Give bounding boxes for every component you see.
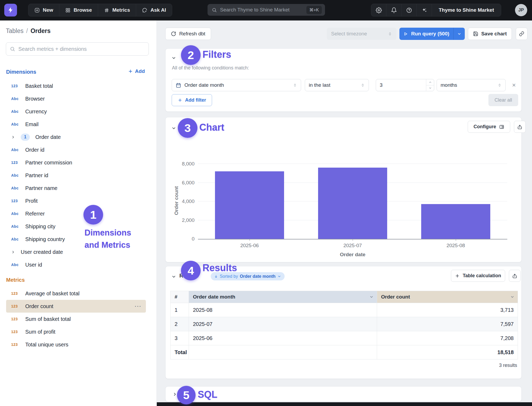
- order-date-month-cell[interactable]: 2025-07: [189, 317, 377, 331]
- bar-2025-06[interactable]: [215, 171, 284, 239]
- settings-button[interactable]: [371, 4, 386, 16]
- remove-filter-button[interactable]: ×: [509, 81, 518, 90]
- nav-item-browse[interactable]: Browse: [59, 4, 98, 16]
- calendar-icon: [176, 82, 181, 88]
- fields-search[interactable]: [6, 42, 149, 56]
- hash-icon: [104, 7, 109, 13]
- order-count-cell[interactable]: 3,713: [377, 303, 518, 317]
- order-count-cell[interactable]: 7,208: [377, 331, 518, 345]
- order-count-cell[interactable]: 7,597: [377, 317, 518, 331]
- chevron-down-icon[interactable]: [510, 295, 514, 299]
- metrics-list: 123Average of basket total123Order count…: [6, 287, 146, 351]
- clear-all-filters-button[interactable]: Clear all: [488, 94, 518, 106]
- expand-sql-chevron[interactable]: [172, 392, 177, 397]
- filter-value-input-wrap: [376, 79, 434, 91]
- stepper-up-button[interactable]: [426, 79, 434, 85]
- order-date-month-cell[interactable]: 2025-08: [189, 303, 377, 317]
- dimensions-heading: Dimensions: [6, 69, 36, 75]
- collapse-chart-chevron[interactable]: [171, 126, 176, 131]
- number-type-icon: 123: [11, 199, 20, 203]
- ai-sparkles-button[interactable]: [417, 4, 432, 16]
- chevron-right-icon[interactable]: [11, 250, 15, 254]
- sidebar-item-partner-name[interactable]: AbcPartner name: [6, 182, 146, 194]
- sidebar-metric-sum-of-basket-total[interactable]: 123Sum of basket total: [6, 313, 146, 325]
- annotation-4-circle: 4: [181, 261, 201, 280]
- column-header-order-count[interactable]: Order count: [377, 291, 518, 303]
- filter-unit-select[interactable]: months: [437, 79, 506, 91]
- column-header-order-date-month[interactable]: Order date month: [189, 291, 377, 303]
- global-search[interactable]: ⌘+K: [208, 4, 325, 16]
- number-type-icon: 123: [11, 160, 20, 165]
- refresh-dbt-button[interactable]: Refresh dbt: [165, 28, 211, 40]
- chevron-down-icon[interactable]: [369, 295, 374, 299]
- run-query-button[interactable]: Run query (500): [399, 28, 453, 40]
- table-calculation-button[interactable]: Table calculation: [451, 270, 505, 282]
- sidebar-item-email[interactable]: AbcEmail: [6, 118, 146, 131]
- sidebar-item-order-date[interactable]: 1Order date: [6, 131, 146, 143]
- add-filter-button[interactable]: Add filter: [172, 94, 212, 106]
- sidebar-item-label: Shipping country: [25, 236, 65, 242]
- gear-icon: [376, 7, 382, 13]
- sql-editor-edge: [157, 402, 532, 406]
- breadcrumb-tables-link[interactable]: Tables: [6, 27, 23, 34]
- y-axis-tick-label: 4,000: [170, 198, 195, 204]
- bar-2025-07[interactable]: [318, 168, 387, 239]
- filter-field-select[interactable]: Order date month: [172, 79, 301, 91]
- sidebar-item-partner-commission[interactable]: 123Partner commission: [6, 156, 146, 169]
- bar-2025-08[interactable]: [421, 204, 490, 239]
- sidebar-item-order-id[interactable]: AbcOrder id: [6, 143, 146, 156]
- collapse-results-chevron[interactable]: [171, 274, 176, 279]
- nav-item-new[interactable]: New: [28, 4, 59, 16]
- save-chart-button[interactable]: Save chart: [468, 28, 512, 40]
- unfold-icon: [388, 32, 392, 36]
- text-type-icon: Abc: [11, 237, 20, 241]
- y-axis-tick-label: 2,000: [170, 217, 195, 223]
- collapse-filters-chevron[interactable]: [171, 56, 176, 60]
- notifications-button[interactable]: [386, 4, 402, 16]
- sidebar-metric-total-unique-users[interactable]: 123Total unique users: [6, 338, 146, 351]
- sidebar-metric-order-count[interactable]: 123Order count···: [6, 300, 146, 313]
- number-type-icon: 123: [11, 291, 20, 296]
- help-button[interactable]: [402, 4, 417, 16]
- x-axis-tick-label: 2025-07: [301, 243, 404, 248]
- nav-item-ask-ai[interactable]: Ask AI: [136, 4, 172, 16]
- sidebar-item-label: Sum of basket total: [25, 316, 71, 322]
- sidebar-item-label: Partner id: [25, 172, 48, 179]
- annotation-5-circle: 5: [177, 386, 196, 404]
- app-logo[interactable]: [4, 4, 17, 16]
- share-icon: [517, 124, 522, 130]
- stepper-down-button[interactable]: [426, 85, 434, 91]
- share-icon: [512, 273, 517, 279]
- share-link-button[interactable]: [516, 28, 527, 40]
- sidebar-item-basket-total[interactable]: 123Basket total: [6, 80, 146, 92]
- sidebar-metric-average-of-basket-total[interactable]: 123Average of basket total: [6, 287, 146, 300]
- run-query-split-button: Run query (500): [399, 28, 465, 40]
- run-query-options-button[interactable]: [453, 28, 465, 40]
- configure-chart-button[interactable]: Configure: [468, 121, 510, 133]
- user-avatar[interactable]: JP: [515, 4, 527, 16]
- total-empty-cell: [189, 345, 377, 359]
- sidebar-metric-sum-of-profit[interactable]: 123Sum of profit: [6, 325, 146, 338]
- nav-item-metrics[interactable]: Metrics: [98, 4, 136, 16]
- export-chart-button[interactable]: [514, 121, 526, 133]
- sidebar-item-partner-id[interactable]: AbcPartner id: [6, 169, 146, 182]
- global-search-input[interactable]: [220, 7, 303, 13]
- sidebar-item-user-id[interactable]: AbcUser id: [6, 258, 146, 271]
- order-date-month-cell[interactable]: 2025-06: [189, 331, 377, 345]
- sidebar-item-currency[interactable]: AbcCurrency: [6, 105, 146, 118]
- export-results-button[interactable]: [509, 270, 521, 282]
- more-options-icon[interactable]: ···: [135, 303, 142, 309]
- filter-operator-select[interactable]: in the last: [305, 79, 369, 91]
- sidebar-item-profit[interactable]: 123Profit: [6, 194, 146, 207]
- chat-sparkle-icon: [142, 7, 147, 13]
- add-dimension-button[interactable]: Add: [128, 68, 145, 74]
- table-row: 12025-083,713: [171, 303, 518, 317]
- sidebar-item-referrer[interactable]: AbcReferrer: [6, 207, 146, 220]
- chevron-right-icon[interactable]: [11, 135, 15, 139]
- filter-value-input[interactable]: [376, 82, 419, 88]
- org-switcher[interactable]: Thyme to Shine Market: [432, 4, 501, 16]
- sidebar-item-browser[interactable]: AbcBrowser: [6, 92, 146, 105]
- fields-search-input[interactable]: [18, 46, 145, 52]
- text-type-icon: Abc: [11, 148, 20, 152]
- timezone-select[interactable]: Select timezone: [327, 28, 396, 40]
